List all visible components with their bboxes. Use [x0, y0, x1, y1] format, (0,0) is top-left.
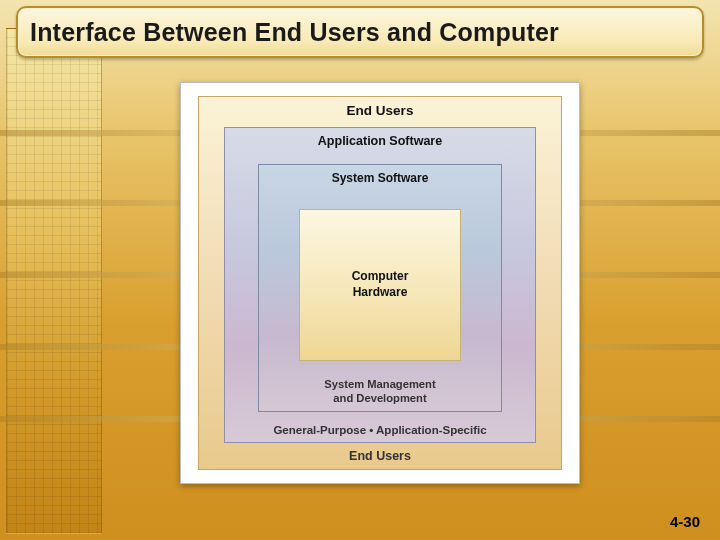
- app-software-bottom-label: General-Purpose • Application-Specific: [273, 424, 486, 442]
- slide-title: Interface Between End Users and Computer: [30, 18, 559, 47]
- left-decorative-strip: [6, 28, 102, 534]
- app-software-top-label: Application Software: [318, 128, 442, 148]
- diagram-panel: End Users Application Software System So…: [180, 82, 580, 484]
- hardware-line2: Hardware: [353, 285, 408, 299]
- slide: Interface Between End Users and Computer…: [0, 0, 720, 540]
- layer-application-software: Application Software System Software Com…: [224, 127, 536, 443]
- layer-computer-hardware: Computer Hardware: [299, 209, 461, 361]
- layer-end-users: End Users Application Software System So…: [198, 96, 562, 470]
- page-number: 4-30: [670, 513, 700, 530]
- layer-system-software: System Software Computer Hardware System…: [258, 164, 502, 412]
- end-users-bottom-label: End Users: [349, 449, 411, 469]
- sys-bottom-line1: System Management: [324, 378, 435, 390]
- hardware-line1: Computer: [352, 269, 409, 283]
- system-software-top-label: System Software: [332, 165, 429, 185]
- title-bar: Interface Between End Users and Computer: [16, 6, 704, 58]
- hardware-label: Computer Hardware: [352, 269, 409, 300]
- sys-bottom-line2: and Development: [333, 392, 426, 404]
- end-users-top-label: End Users: [347, 97, 414, 118]
- system-software-bottom-label: System Management and Development: [324, 377, 435, 411]
